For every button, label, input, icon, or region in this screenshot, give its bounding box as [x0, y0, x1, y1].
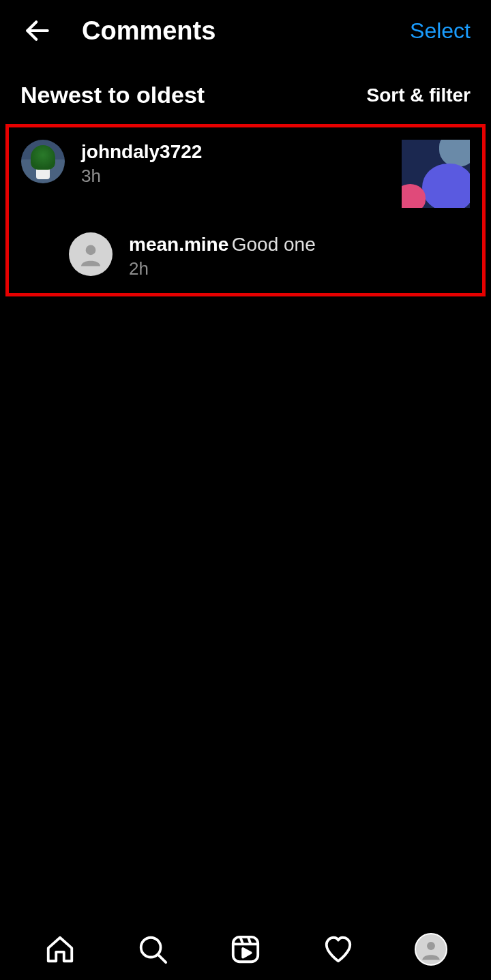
avatar[interactable]	[21, 140, 65, 183]
page-title: Comments	[82, 16, 410, 46]
svg-marker-8	[243, 949, 251, 957]
bottom-nav	[0, 919, 491, 980]
reply-username[interactable]: mean.mine	[129, 234, 228, 255]
reply-text: Good one	[232, 234, 316, 255]
search-icon[interactable]	[134, 930, 172, 968]
back-arrow-icon[interactable]	[20, 14, 55, 48]
svg-point-9	[427, 942, 435, 950]
post-thumbnail[interactable]	[402, 140, 470, 208]
avatar[interactable]	[69, 232, 113, 276]
comment-body: johndaly3722 3h	[65, 140, 402, 187]
home-icon[interactable]	[41, 930, 79, 968]
heart-icon[interactable]	[319, 930, 357, 968]
select-button[interactable]: Select	[410, 18, 471, 44]
highlight-annotation: johndaly3722 3h mean.mine Good one 2h	[5, 124, 486, 296]
comment-item[interactable]: johndaly3722 3h	[21, 140, 470, 208]
svg-line-3	[159, 955, 166, 963]
sort-filter-button[interactable]: Sort & filter	[367, 85, 471, 106]
reels-icon[interactable]	[226, 930, 265, 968]
reply-body: mean.mine Good one 2h	[113, 232, 470, 279]
sort-order-label: Newest to oldest	[20, 82, 205, 108]
reply-item[interactable]: mean.mine Good one 2h	[69, 232, 470, 279]
profile-icon[interactable]	[412, 930, 450, 968]
svg-point-1	[86, 245, 96, 256]
reply-timestamp: 2h	[129, 258, 470, 279]
comment-username[interactable]: johndaly3722	[81, 141, 202, 162]
header-bar: Comments Select	[0, 0, 491, 61]
comment-timestamp: 3h	[81, 166, 402, 187]
svg-point-2	[141, 938, 161, 958]
subheader-bar: Newest to oldest Sort & filter	[0, 61, 491, 119]
